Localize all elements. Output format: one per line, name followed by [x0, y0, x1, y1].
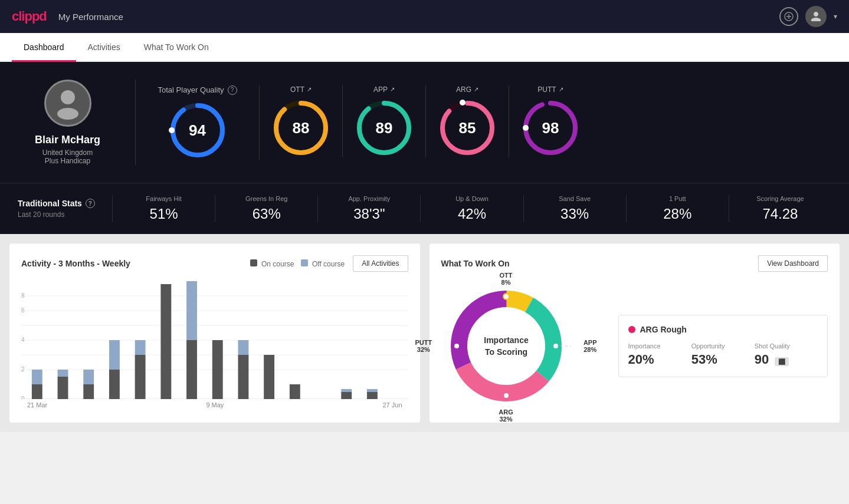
- legend-oncourse: On course: [250, 259, 294, 268]
- profile-button[interactable]: [805, 6, 827, 27]
- trad-stats-help[interactable]: ?: [86, 199, 95, 208]
- chart-area: 0 2 4 6 8: [21, 281, 408, 399]
- stat-scoring: Scoring Average 74.28: [729, 195, 831, 222]
- ott-score: OTT ↗ 88: [260, 85, 343, 157]
- profile-chevron[interactable]: ▾: [834, 12, 837, 21]
- chart-title: Activity - 3 Months - Weekly: [21, 259, 130, 268]
- header-left: clippd My Performance: [12, 9, 123, 24]
- bar-oncourse-4: [109, 370, 120, 399]
- app-label: APP ↗: [373, 85, 395, 94]
- svg-point-14: [460, 100, 466, 106]
- card-title: ARG Rough: [628, 325, 818, 334]
- putt-label: PUTT ↗: [537, 85, 563, 94]
- chart-header: Activity - 3 Months - Weekly On course O…: [21, 255, 408, 272]
- player-avatar: [44, 80, 91, 127]
- putt-score: PUTT ↗ 98: [509, 85, 592, 157]
- bar-offcourse-14: [367, 389, 378, 392]
- arg-indicator: [503, 393, 509, 398]
- ott-arrow: ↗: [307, 86, 312, 93]
- player-stats-panel: Blair McHarg United Kingdom Plus Handica…: [0, 62, 849, 183]
- svg-text:2: 2: [21, 366, 25, 373]
- view-dashboard-button[interactable]: View Dashboard: [758, 255, 828, 272]
- bar-oncourse-11: [290, 384, 300, 399]
- total-quality-help[interactable]: ?: [228, 85, 237, 95]
- trad-stats-title: Traditional Stats ?: [18, 199, 112, 208]
- bar-oncourse-6: [160, 284, 171, 399]
- bar-offcourse-9: [238, 340, 248, 355]
- bar-offcourse-13: [341, 389, 352, 392]
- bar-oncourse-5: [135, 355, 146, 399]
- activity-chart-panel: Activity - 3 Months - Weekly On course O…: [9, 243, 420, 423]
- tab-activities[interactable]: Activities: [76, 33, 132, 62]
- bar-oncourse-8: [212, 340, 223, 399]
- player-name: Blair McHarg: [35, 134, 100, 146]
- legend-offcourse: Off course: [301, 259, 345, 268]
- putt-arrow: ↗: [559, 86, 563, 93]
- work-content: OTT 8% APP 28% ARG 32% PUTT 32%: [441, 281, 828, 411]
- total-quality-ring: 94: [168, 101, 227, 160]
- app-ring: 89: [355, 98, 414, 157]
- offcourse-dot: [301, 259, 308, 266]
- chart-legend: On course Off course: [250, 259, 345, 268]
- app-header: clippd My Performance ▾: [0, 0, 849, 33]
- tab-dashboard[interactable]: Dashboard: [12, 33, 76, 62]
- bottom-panels: Activity - 3 Months - Weekly On course O…: [0, 234, 849, 432]
- bar-oncourse-2: [58, 377, 68, 399]
- stat-updown: Up & Down 42%: [420, 195, 523, 222]
- stat-proximity: App. Proximity 38'3": [317, 195, 420, 222]
- donut-center-line1: Importance: [484, 335, 529, 345]
- bar-oncourse-13: [341, 392, 352, 399]
- tab-what-to-work-on[interactable]: What To Work On: [132, 33, 221, 62]
- logo[interactable]: clippd: [12, 9, 47, 24]
- stat-oneputt: 1 Putt 28%: [626, 195, 729, 222]
- ott-indicator: [503, 294, 509, 299]
- bar-oncourse-10: [264, 355, 274, 399]
- bar-offcourse-1: [32, 370, 42, 384]
- label-putt: PUTT 32%: [415, 339, 432, 353]
- bar-oncourse-3: [83, 384, 94, 399]
- bar-offcourse-4: [109, 340, 120, 370]
- card-stats: Importance 20% Opportunity 53% Shot Qual…: [628, 342, 818, 367]
- player-handicap: Plus Handicap: [45, 157, 90, 165]
- svg-point-7: [169, 127, 175, 133]
- scores-area: Total Player Quality ? 94 OTT ↗: [136, 85, 831, 160]
- ott-ring: 88: [271, 98, 330, 157]
- what-to-work-on-panel: What To Work On View Dashboard OTT 8% AP…: [430, 243, 840, 423]
- app-arrow: ↗: [390, 86, 395, 93]
- arg-rough-card: ARG Rough Importance 20% Opportunity 53%…: [618, 315, 828, 377]
- bar-offcourse-3: [83, 370, 94, 384]
- total-quality-label: Total Player Quality ?: [158, 85, 237, 95]
- donut-center-line2: To Scoring: [484, 347, 527, 357]
- total-quality: Total Player Quality ? 94: [153, 85, 260, 160]
- arg-score: ARG ↗ 85: [426, 85, 509, 157]
- arg-ring: 85: [438, 98, 497, 157]
- putt-value: 98: [542, 118, 559, 137]
- work-header: What To Work On View Dashboard: [441, 255, 828, 272]
- all-activities-button[interactable]: All Activities: [353, 255, 408, 272]
- trad-stats-subtitle: Last 20 rounds: [18, 210, 112, 219]
- traditional-stats: Traditional Stats ? Last 20 rounds Fairw…: [0, 183, 849, 234]
- arg-value: 85: [459, 118, 476, 137]
- total-quality-value: 94: [189, 121, 206, 139]
- oncourse-dot: [250, 259, 257, 266]
- donut-svg: Importance To Scoring: [441, 281, 571, 411]
- header-right: ▾: [779, 6, 837, 27]
- card-quality: Shot Quality 90 ⬛: [755, 342, 818, 367]
- bar-oncourse-14: [367, 392, 378, 399]
- nav-tabs: Dashboard Activities What To Work On: [0, 33, 849, 62]
- svg-text:4: 4: [21, 337, 25, 343]
- svg-point-3: [61, 90, 75, 104]
- svg-point-4: [57, 108, 78, 120]
- stat-greens: Greens In Reg 63%: [215, 195, 317, 222]
- arg-arrow: ↗: [474, 86, 478, 93]
- card-opportunity: Opportunity 53%: [691, 342, 755, 367]
- player-top-row: Blair McHarg United Kingdom Plus Handica…: [18, 80, 831, 165]
- add-button[interactable]: [779, 7, 798, 26]
- bar-offcourse-5: [135, 340, 146, 355]
- trad-stats-label: Traditional Stats ? Last 20 rounds: [18, 199, 112, 219]
- chart-x-labels: 21 Mar 9 May 27 Jun: [21, 401, 408, 409]
- bar-oncourse-9: [238, 355, 248, 399]
- app-value: 89: [376, 118, 393, 137]
- logo-text: clippd: [12, 9, 47, 24]
- app-score: APP ↗ 89: [343, 85, 426, 157]
